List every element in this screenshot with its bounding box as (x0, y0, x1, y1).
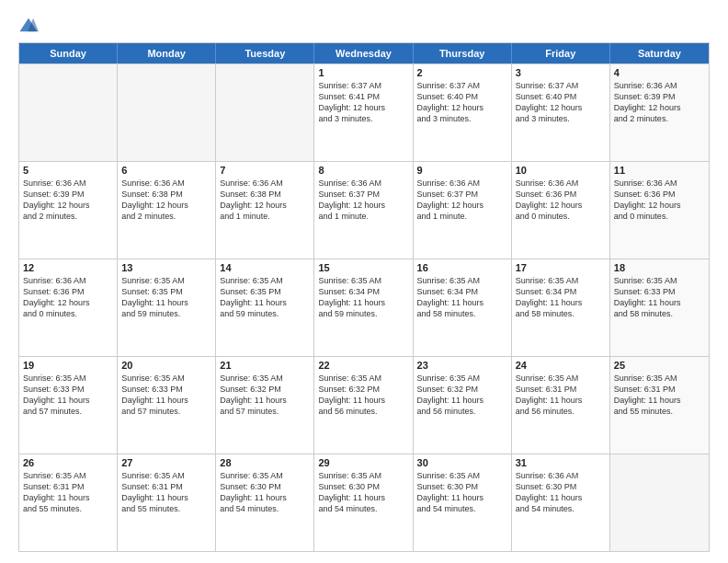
day-number: 28 (220, 457, 310, 468)
day-number: 8 (318, 165, 408, 176)
day-info: Sunrise: 6:36 AM Sunset: 6:39 PM Dayligh… (614, 80, 705, 125)
calendar-row-1: 1Sunrise: 6:37 AM Sunset: 6:41 PM Daylig… (19, 63, 709, 161)
calendar-day-28: 28Sunrise: 6:35 AM Sunset: 6:30 PM Dayli… (216, 454, 314, 551)
day-info: Sunrise: 6:35 AM Sunset: 6:35 PM Dayligh… (121, 275, 211, 320)
calendar-day-11: 11Sunrise: 6:36 AM Sunset: 6:36 PM Dayli… (610, 162, 709, 259)
day-info: Sunrise: 6:36 AM Sunset: 6:37 PM Dayligh… (318, 178, 408, 223)
logo (18, 17, 42, 33)
day-info: Sunrise: 6:36 AM Sunset: 6:38 PM Dayligh… (220, 178, 310, 223)
day-info: Sunrise: 6:35 AM Sunset: 6:30 PM Dayligh… (318, 470, 408, 515)
day-info: Sunrise: 6:35 AM Sunset: 6:31 PM Dayligh… (614, 373, 705, 418)
calendar-body: 1Sunrise: 6:37 AM Sunset: 6:41 PM Daylig… (19, 63, 709, 551)
day-number: 5 (23, 165, 113, 176)
day-info: Sunrise: 6:36 AM Sunset: 6:39 PM Dayligh… (23, 178, 113, 223)
day-number: 30 (417, 457, 507, 468)
day-info: Sunrise: 6:37 AM Sunset: 6:40 PM Dayligh… (516, 80, 606, 125)
calendar-row-5: 26Sunrise: 6:35 AM Sunset: 6:31 PM Dayli… (19, 454, 709, 551)
calendar-day-16: 16Sunrise: 6:35 AM Sunset: 6:34 PM Dayli… (414, 259, 512, 356)
day-info: Sunrise: 6:36 AM Sunset: 6:30 PM Dayligh… (516, 470, 606, 515)
day-info: Sunrise: 6:35 AM Sunset: 6:34 PM Dayligh… (516, 275, 606, 320)
day-info: Sunrise: 6:35 AM Sunset: 6:31 PM Dayligh… (121, 470, 211, 515)
calendar-day-19: 19Sunrise: 6:35 AM Sunset: 6:33 PM Dayli… (19, 357, 118, 454)
day-info: Sunrise: 6:35 AM Sunset: 6:30 PM Dayligh… (220, 470, 310, 515)
calendar-empty-cell (610, 454, 709, 551)
header (18, 17, 710, 33)
calendar-day-15: 15Sunrise: 6:35 AM Sunset: 6:34 PM Dayli… (314, 259, 413, 356)
calendar-day-31: 31Sunrise: 6:36 AM Sunset: 6:30 PM Dayli… (512, 454, 610, 551)
day-info: Sunrise: 6:36 AM Sunset: 6:36 PM Dayligh… (23, 275, 113, 320)
day-info: Sunrise: 6:35 AM Sunset: 6:35 PM Dayligh… (220, 275, 310, 320)
calendar-day-5: 5Sunrise: 6:36 AM Sunset: 6:39 PM Daylig… (19, 162, 118, 259)
day-number: 31 (516, 457, 606, 468)
calendar-day-26: 26Sunrise: 6:35 AM Sunset: 6:31 PM Dayli… (19, 454, 118, 551)
weekday-header-friday: Friday (512, 43, 610, 63)
calendar-day-20: 20Sunrise: 6:35 AM Sunset: 6:33 PM Dayli… (118, 357, 216, 454)
calendar-row-2: 5Sunrise: 6:36 AM Sunset: 6:39 PM Daylig… (19, 161, 709, 259)
calendar-empty-cell (19, 64, 118, 161)
weekday-header-monday: Monday (118, 43, 216, 63)
day-info: Sunrise: 6:35 AM Sunset: 6:33 PM Dayligh… (23, 373, 113, 418)
calendar: SundayMondayTuesdayWednesdayThursdayFrid… (18, 42, 710, 552)
day-info: Sunrise: 6:35 AM Sunset: 6:34 PM Dayligh… (318, 275, 408, 320)
day-number: 1 (318, 67, 408, 78)
calendar-day-18: 18Sunrise: 6:35 AM Sunset: 6:33 PM Dayli… (610, 259, 709, 356)
calendar-day-27: 27Sunrise: 6:35 AM Sunset: 6:31 PM Dayli… (118, 454, 216, 551)
day-info: Sunrise: 6:35 AM Sunset: 6:31 PM Dayligh… (23, 470, 113, 515)
calendar-header: SundayMondayTuesdayWednesdayThursdayFrid… (19, 43, 709, 63)
calendar-row-3: 12Sunrise: 6:36 AM Sunset: 6:36 PM Dayli… (19, 259, 709, 356)
day-number: 26 (23, 457, 113, 468)
weekday-header-tuesday: Tuesday (216, 43, 314, 63)
day-number: 25 (614, 360, 705, 371)
calendar-day-12: 12Sunrise: 6:36 AM Sunset: 6:36 PM Dayli… (19, 259, 118, 356)
weekday-header-saturday: Saturday (610, 43, 709, 63)
day-info: Sunrise: 6:35 AM Sunset: 6:30 PM Dayligh… (417, 470, 507, 515)
weekday-header-thursday: Thursday (414, 43, 512, 63)
calendar-day-23: 23Sunrise: 6:35 AM Sunset: 6:32 PM Dayli… (414, 357, 512, 454)
day-info: Sunrise: 6:36 AM Sunset: 6:37 PM Dayligh… (417, 178, 507, 223)
day-number: 24 (516, 360, 606, 371)
weekday-header-sunday: Sunday (19, 43, 118, 63)
calendar-empty-cell (216, 64, 314, 161)
day-number: 15 (318, 262, 408, 273)
calendar-row-4: 19Sunrise: 6:35 AM Sunset: 6:33 PM Dayli… (19, 356, 709, 454)
day-info: Sunrise: 6:35 AM Sunset: 6:32 PM Dayligh… (417, 373, 507, 418)
day-info: Sunrise: 6:35 AM Sunset: 6:32 PM Dayligh… (318, 373, 408, 418)
calendar-day-13: 13Sunrise: 6:35 AM Sunset: 6:35 PM Dayli… (118, 259, 216, 356)
calendar-day-3: 3Sunrise: 6:37 AM Sunset: 6:40 PM Daylig… (512, 64, 610, 161)
calendar-day-24: 24Sunrise: 6:35 AM Sunset: 6:31 PM Dayli… (512, 357, 610, 454)
day-info: Sunrise: 6:37 AM Sunset: 6:41 PM Dayligh… (318, 80, 408, 125)
day-number: 3 (516, 67, 606, 78)
calendar-day-14: 14Sunrise: 6:35 AM Sunset: 6:35 PM Dayli… (216, 259, 314, 356)
calendar-day-10: 10Sunrise: 6:36 AM Sunset: 6:36 PM Dayli… (512, 162, 610, 259)
day-number: 2 (417, 67, 507, 78)
calendar-day-8: 8Sunrise: 6:36 AM Sunset: 6:37 PM Daylig… (314, 162, 413, 259)
day-number: 22 (318, 360, 408, 371)
day-number: 16 (417, 262, 507, 273)
calendar-day-2: 2Sunrise: 6:37 AM Sunset: 6:40 PM Daylig… (414, 64, 512, 161)
day-number: 19 (23, 360, 113, 371)
day-number: 17 (516, 262, 606, 273)
calendar-day-21: 21Sunrise: 6:35 AM Sunset: 6:32 PM Dayli… (216, 357, 314, 454)
day-number: 4 (614, 67, 705, 78)
calendar-day-4: 4Sunrise: 6:36 AM Sunset: 6:39 PM Daylig… (610, 64, 709, 161)
calendar-day-9: 9Sunrise: 6:36 AM Sunset: 6:37 PM Daylig… (414, 162, 512, 259)
calendar-day-17: 17Sunrise: 6:35 AM Sunset: 6:34 PM Dayli… (512, 259, 610, 356)
day-number: 7 (220, 165, 310, 176)
day-info: Sunrise: 6:36 AM Sunset: 6:38 PM Dayligh… (121, 178, 211, 223)
calendar-empty-cell (118, 64, 216, 161)
day-number: 11 (614, 165, 705, 176)
day-number: 20 (121, 360, 211, 371)
page: SundayMondayTuesdayWednesdayThursdayFrid… (0, 0, 728, 563)
calendar-day-7: 7Sunrise: 6:36 AM Sunset: 6:38 PM Daylig… (216, 162, 314, 259)
day-info: Sunrise: 6:36 AM Sunset: 6:36 PM Dayligh… (614, 178, 705, 223)
day-info: Sunrise: 6:37 AM Sunset: 6:40 PM Dayligh… (417, 80, 507, 125)
day-info: Sunrise: 6:35 AM Sunset: 6:31 PM Dayligh… (516, 373, 606, 418)
day-info: Sunrise: 6:35 AM Sunset: 6:33 PM Dayligh… (121, 373, 211, 418)
calendar-day-25: 25Sunrise: 6:35 AM Sunset: 6:31 PM Dayli… (610, 357, 709, 454)
day-number: 27 (121, 457, 211, 468)
logo-icon (18, 17, 39, 33)
day-number: 12 (23, 262, 113, 273)
day-number: 10 (516, 165, 606, 176)
calendar-day-6: 6Sunrise: 6:36 AM Sunset: 6:38 PM Daylig… (118, 162, 216, 259)
weekday-header-wednesday: Wednesday (314, 43, 413, 63)
